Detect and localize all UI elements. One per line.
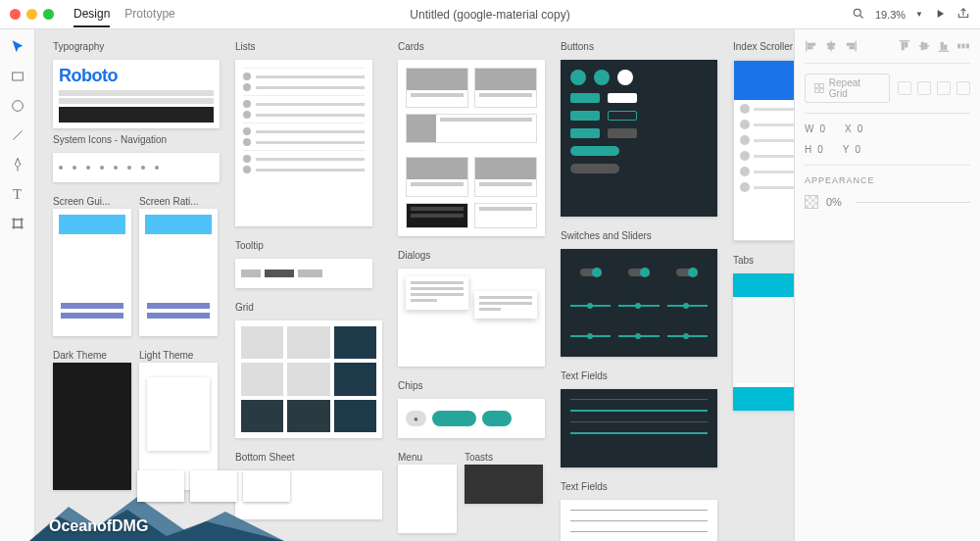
svg-rect-29 [962,44,964,48]
label-toasts: Toasts [465,452,543,463]
svg-rect-5 [14,220,22,227]
artboard-screen-ratios[interactable] [139,209,218,336]
svg-line-4 [13,130,22,139]
svg-point-0 [854,9,860,16]
artboard-toasts[interactable] [465,465,543,504]
artboard-icons-nav[interactable] [53,153,220,182]
align-bottom-icon[interactable] [937,39,951,53]
align-top-icon[interactable] [898,39,911,53]
titlebar: Design Prototype Untitled (google-materi… [0,0,980,29]
ellipse-tool-icon[interactable] [10,98,25,114]
artboard-cards[interactable] [398,60,545,236]
opacity-value[interactable]: 0% [826,196,842,208]
canvas[interactable]: Typography Roboto System Icons - Navigat… [35,29,794,541]
label-switches: Switches and Sliders [561,230,717,241]
label-dialogs: Dialogs [398,250,545,261]
artboard-tabs[interactable] [733,273,794,411]
align-tools [805,39,970,53]
align-center-v-icon[interactable] [917,39,931,53]
svg-rect-14 [828,43,835,45]
label-icons-nav: System Icons - Navigation [53,134,220,145]
close-window[interactable] [10,9,21,20]
svg-rect-17 [848,43,855,45]
x-field[interactable]: X 0 [845,123,862,134]
artboard-grid[interactable] [235,320,382,438]
artboard-chips[interactable]: ● [398,399,545,438]
mode-tabs: Design Prototype [74,2,175,27]
svg-rect-11 [808,43,815,45]
artboard-dialogs[interactable] [398,269,545,367]
artboard-typography[interactable]: Roboto [53,60,220,128]
window-controls [10,9,54,20]
artboard-light-theme[interactable] [139,363,218,490]
appearance-title: APPEARANCE [805,175,970,185]
play-icon[interactable] [933,7,947,23]
svg-rect-23 [921,43,923,50]
artboard-tool-icon[interactable] [10,216,25,231]
opacity-slider[interactable] [856,202,970,203]
align-left-icon[interactable] [805,39,818,53]
pathop-add-icon[interactable] [898,81,911,95]
align-right-icon[interactable] [844,39,858,53]
minimize-window[interactable] [26,9,37,20]
artboard-screen-guides[interactable] [53,209,131,336]
share-icon[interactable] [956,7,970,23]
pathop-exclude-icon[interactable] [956,81,970,95]
svg-rect-15 [828,47,833,49]
pen-tool-icon[interactable] [10,157,25,172]
width-field[interactable]: W 0 [805,123,825,134]
artboard-text-fields-2[interactable] [561,500,717,541]
artboard-menu[interactable] [398,465,457,533]
artboard-switches[interactable] [561,249,717,357]
tab-prototype[interactable]: Prototype [124,2,174,27]
tab-design[interactable]: Design [74,2,110,27]
pathop-subtract-icon[interactable] [917,81,931,95]
svg-rect-2 [12,73,23,80]
height-field[interactable]: H 0 [805,144,823,155]
main-area: T Typography Roboto System Icons - Navig… [0,29,980,541]
artboard-bottom-sheet[interactable] [235,470,382,519]
label-grid: Grid [235,302,382,313]
svg-rect-18 [850,47,854,49]
svg-line-1 [860,15,863,18]
search-icon[interactable] [852,7,865,23]
y-field[interactable]: Y 0 [843,144,860,155]
roboto-text: Roboto [59,66,214,86]
maximize-window[interactable] [43,9,54,20]
artboard-dark-theme[interactable] [53,363,131,490]
artboard-lists[interactable] [235,60,372,226]
artboard-buttons[interactable] [561,60,717,217]
label-text-fields-2: Text Fields [561,481,717,492]
line-tool-icon[interactable] [10,127,25,143]
document-title: Untitled (google-material copy) [410,8,569,22]
svg-rect-21 [906,43,907,47]
label-chips: Chips [398,380,545,391]
artboard-index-scroller[interactable]: Recently [733,60,794,241]
svg-rect-24 [925,43,927,48]
repeat-grid-button[interactable]: Repeat Grid [805,74,890,103]
align-center-h-icon[interactable] [824,39,838,53]
label-typography: Typography [53,41,220,52]
rectangle-tool-icon[interactable] [10,69,25,84]
select-tool-icon[interactable] [10,39,25,55]
label-menu: Menu [398,452,457,463]
pathop-intersect-icon[interactable] [937,81,951,95]
svg-rect-20 [902,43,904,50]
opacity-checker-icon [805,195,818,209]
label-bottom-sheet: Bottom Sheet [235,452,382,463]
zoom-level[interactable]: 19.3% [875,9,906,21]
chevron-down-icon[interactable]: ▼ [915,10,923,19]
svg-rect-12 [808,47,812,49]
label-tabs-section: Tabs [733,255,794,266]
label-index-scroller: Index Scroller [733,41,794,52]
svg-rect-30 [967,44,969,48]
svg-rect-34 [820,89,824,93]
properties-panel: Repeat Grid W 0 X 0 H 0 Y 0 APPEARANCE 0… [794,29,980,541]
svg-rect-28 [958,44,960,48]
label-screen-guides: Screen Gui... [53,196,131,207]
titlebar-right: 19.3% ▼ [852,7,970,23]
text-tool-icon[interactable]: T [10,186,25,202]
artboard-tooltip[interactable] [235,259,372,288]
artboard-text-fields[interactable] [561,389,717,467]
distribute-icon[interactable] [956,39,970,53]
